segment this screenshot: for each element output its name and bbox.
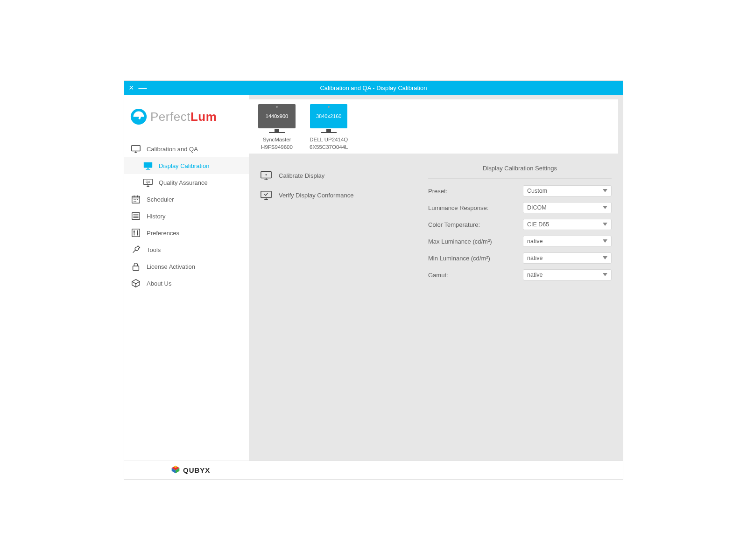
svg-line-30 <box>133 250 136 252</box>
monitor-icon <box>131 144 141 154</box>
footer-brand-text: QUBYX <box>183 466 210 474</box>
sliders-icon <box>131 228 141 238</box>
min-luminance-dropdown[interactable]: native <box>523 252 612 264</box>
display-thumbnail: 3840x2160 <box>310 104 347 128</box>
chevron-down-icon <box>603 255 607 261</box>
app-window: × — Calibration and QA - Display Calibra… <box>124 81 623 479</box>
display-name: SyncMaster <box>258 136 296 143</box>
nav-preferences[interactable]: Preferences <box>124 224 249 241</box>
nav-display-calibration[interactable]: Display Calibration <box>124 157 249 174</box>
color-temperature-dropdown[interactable]: CIE D65 <box>523 219 612 230</box>
logo: PerfectLum <box>124 95 249 136</box>
display-resolution: 1440x900 <box>266 113 288 119</box>
max-luminance-label: Max Luminance (cd/m²) <box>428 238 523 245</box>
nav-scheduler[interactable]: Scheduler <box>124 191 249 208</box>
nav-quality-assurance[interactable]: QA Quality Assurance <box>124 174 249 191</box>
gamut-dropdown[interactable]: native <box>523 269 612 280</box>
footer: QUBYX <box>124 461 623 479</box>
window-title: Calibration and QA - Display Calibration <box>320 84 427 91</box>
dropdown-value: native <box>527 272 543 278</box>
calibrate-icon <box>260 170 272 181</box>
display-thumbnail: 1440x900 <box>258 104 296 128</box>
nav-calibration-qa[interactable]: Calibration and QA <box>124 140 249 157</box>
dropdown-value: native <box>527 238 543 245</box>
preset-dropdown[interactable]: Custom <box>523 185 612 196</box>
nav-label: About Us <box>147 280 171 287</box>
luminance-response-label: Luminance Response: <box>428 204 523 211</box>
calibrate-display-button[interactable]: Calibrate Display <box>260 168 409 183</box>
color-temperature-label: Color Temperature: <box>428 221 523 228</box>
display-name: DELL UP2414Q <box>310 136 348 143</box>
svg-rect-2 <box>132 146 140 151</box>
display-resolution: 3840x2160 <box>316 113 341 119</box>
minimize-button[interactable]: — <box>139 84 147 92</box>
action-label: Verify Display Conformance <box>279 192 353 199</box>
titlebar: × — Calibration and QA - Display Calibra… <box>124 81 623 95</box>
logo-text-b: Lum <box>190 110 217 124</box>
monitor-filled-icon <box>143 161 153 171</box>
logo-text-a: Perfect <box>150 110 190 124</box>
svg-rect-6 <box>148 168 149 169</box>
action-label: Calibrate Display <box>279 172 324 179</box>
gamut-label: Gamut: <box>428 272 523 279</box>
chevron-down-icon <box>603 188 607 194</box>
chevron-down-icon <box>603 221 607 228</box>
nav-label: Tools <box>147 246 161 253</box>
close-button[interactable]: × <box>129 84 134 92</box>
max-luminance-dropdown[interactable]: native <box>523 236 612 247</box>
svg-rect-37 <box>261 191 271 198</box>
calendar-icon <box>131 194 141 204</box>
svg-rect-7 <box>146 169 150 169</box>
nav-about[interactable]: About Us <box>124 275 249 292</box>
min-luminance-label: Min Luminance (cd/m²) <box>428 255 523 262</box>
nav-license[interactable]: License Activation <box>124 258 249 275</box>
nav: Calibration and QA Display Calibration Q… <box>124 140 249 292</box>
dropdown-value: Custom <box>527 188 547 194</box>
preset-label: Preset: <box>428 188 523 195</box>
verify-display-button[interactable]: Verify Display Conformance <box>260 187 409 203</box>
svg-rect-5 <box>144 162 152 168</box>
nav-history[interactable]: History <box>124 208 249 224</box>
list-icon <box>131 211 141 221</box>
svg-point-34 <box>266 174 267 175</box>
nav-label: License Activation <box>147 263 195 270</box>
svg-rect-29 <box>137 233 138 235</box>
dropdown-value: CIE D65 <box>527 221 549 228</box>
display-card-1[interactable]: 1440x900 SyncMaster H9FS949600 <box>258 104 296 151</box>
display-strip: 1440x900 SyncMaster H9FS949600 3840x2160 <box>249 99 618 154</box>
dropdown-value: DICOM <box>527 204 547 211</box>
nav-label: Preferences <box>147 230 179 237</box>
wrench-icon <box>131 245 141 255</box>
chevron-down-icon <box>603 272 607 278</box>
verify-icon <box>260 190 272 200</box>
lock-icon <box>131 261 141 272</box>
logo-mark-icon <box>130 108 148 126</box>
cube-icon <box>131 278 141 288</box>
svg-rect-28 <box>134 231 135 232</box>
chevron-down-icon <box>603 238 607 245</box>
main: 1440x900 SyncMaster H9FS949600 3840x2160 <box>249 95 623 461</box>
nav-label: Calibration and QA <box>147 146 198 153</box>
nav-label: Scheduler <box>147 196 174 203</box>
settings-title: Display Calibration Settings <box>428 165 612 172</box>
svg-rect-31 <box>133 266 139 270</box>
svg-rect-25 <box>132 229 140 237</box>
luminance-response-dropdown[interactable]: DICOM <box>523 202 612 213</box>
display-card-2[interactable]: 3840x2160 DELL UP2414Q 6X55C37O044L <box>310 104 348 151</box>
sidebar: PerfectLum Calibration and QA Display Ca… <box>124 95 249 461</box>
nav-label: Display Calibration <box>159 162 209 169</box>
display-serial: 6X55C37O044L <box>310 143 348 151</box>
chevron-down-icon <box>603 204 607 211</box>
nav-tools[interactable]: Tools <box>124 241 249 258</box>
actions-panel: Calibrate Display Verify Display Conform… <box>260 163 409 456</box>
svg-text:QA: QA <box>146 180 150 184</box>
dropdown-value: native <box>527 255 543 261</box>
nav-label: History <box>147 213 165 220</box>
qa-monitor-icon: QA <box>143 177 153 188</box>
nav-label: Quality Assurance <box>159 179 208 186</box>
settings-panel: Display Calibration Settings Preset: Cus… <box>428 163 612 456</box>
qubyx-logo-icon <box>171 465 180 476</box>
display-serial: H9FS949600 <box>258 143 296 151</box>
